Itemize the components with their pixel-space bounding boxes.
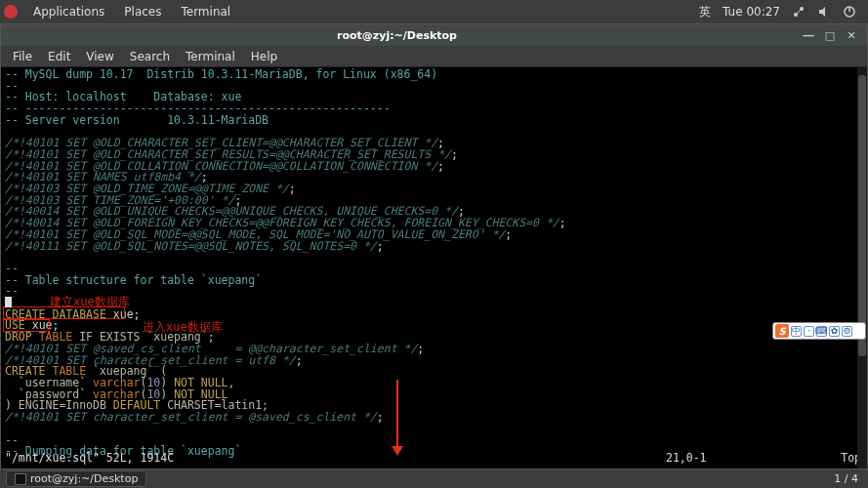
taskbar-item-terminal[interactable]: root@zyj:~/Desktop: [6, 470, 146, 487]
distro-logo-icon[interactable]: [4, 5, 18, 19]
workspace-indicator[interactable]: 1 / 4: [828, 472, 864, 485]
terminal-window: root@zyj:~/Desktop ― □ ✕ File Edit View …: [0, 23, 868, 469]
menu-terminal-sub[interactable]: Terminal: [178, 50, 243, 63]
terminal-viewport[interactable]: -- MySQL dump 10.17 Distrib 10.3.11-Mari…: [1, 67, 867, 468]
taskbar-item-label: root@zyj:~/Desktop: [30, 472, 138, 485]
svg-line-2: [796, 9, 802, 15]
menu-search[interactable]: Search: [122, 50, 178, 63]
ime-badge-icon[interactable]: S: [775, 324, 789, 338]
ime-chip-5[interactable]: ⚙: [842, 326, 852, 337]
scrollbar-thumb[interactable]: [858, 75, 866, 356]
menu-terminal[interactable]: Terminal: [171, 5, 240, 19]
terminal-icon: [15, 473, 26, 485]
clock[interactable]: Tue 00:27: [723, 5, 780, 19]
ime-chip-2[interactable]: ·: [804, 326, 814, 337]
terminal-text[interactable]: -- MySQL dump 10.17 Distrib 10.3.11-Mari…: [5, 69, 566, 458]
menu-view[interactable]: View: [78, 50, 121, 63]
annotation-label-1: 建立xue数据库: [50, 294, 130, 310]
ime-lang-chip[interactable]: 中: [791, 326, 802, 337]
annotation-box-use-db: [3, 319, 50, 332]
system-tray: 英 Tue 00:27: [699, 4, 864, 20]
annotation-label-2: 进入xue数据库: [143, 319, 223, 336]
menu-file[interactable]: File: [5, 50, 40, 63]
ime-chip-3[interactable]: ⌨: [816, 326, 827, 337]
ime-indicator[interactable]: 英: [699, 4, 711, 20]
ime-chip-4[interactable]: ✿: [829, 326, 840, 337]
window-title: root@zyj:~/Desktop: [1, 29, 793, 42]
window-titlebar[interactable]: root@zyj:~/Desktop ― □ ✕: [1, 24, 867, 46]
menu-applications[interactable]: Applications: [23, 5, 114, 19]
volume-icon[interactable]: [817, 5, 831, 19]
minimize-button[interactable]: ―: [803, 29, 814, 41]
menu-places[interactable]: Places: [114, 5, 171, 19]
network-icon[interactable]: [792, 5, 806, 19]
window-menubar: File Edit View Search Terminal Help: [1, 46, 867, 67]
vim-cursor: [5, 297, 12, 307]
close-button[interactable]: ✕: [846, 29, 857, 41]
status-file: "/mnt/xue.sql" 52L, 1914C: [5, 451, 666, 465]
annotation-arrow-icon: [396, 380, 398, 448]
maximize-button[interactable]: □: [824, 29, 836, 41]
status-scroll: Top: [803, 451, 861, 465]
menu-help[interactable]: Help: [243, 50, 285, 63]
menu-edit[interactable]: Edit: [40, 50, 78, 63]
vim-status-line: "/mnt/xue.sql" 52L, 1914C 21,0-1 Top: [5, 451, 861, 465]
bottom-taskbar: root@zyj:~/Desktop 1 / 4: [0, 469, 868, 488]
top-panel: Applications Places Terminal 英 Tue 00:27: [0, 0, 868, 23]
ime-toolbar[interactable]: S 中 · ⌨ ✿ ⚙: [772, 322, 866, 340]
scrollbar[interactable]: [857, 67, 867, 468]
power-icon[interactable]: [843, 5, 856, 19]
status-position: 21,0-1: [666, 451, 803, 465]
